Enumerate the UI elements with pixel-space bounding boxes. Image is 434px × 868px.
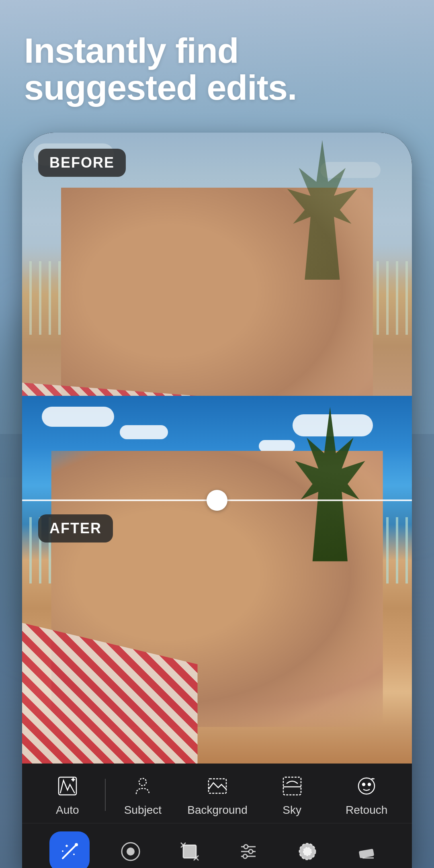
before-cloud-2 xyxy=(320,162,381,178)
sky-icon xyxy=(279,773,305,799)
svg-rect-8 xyxy=(283,777,301,795)
svg-point-6 xyxy=(139,778,146,786)
after-cloud-1 xyxy=(42,407,114,427)
auto-label: Auto xyxy=(56,804,79,817)
selective-btn[interactable] xyxy=(289,833,326,868)
svg-point-11 xyxy=(362,783,365,786)
magic-action-btn[interactable] xyxy=(49,831,90,868)
svg-point-15 xyxy=(75,843,78,846)
svg-point-30 xyxy=(243,854,247,858)
toolbar: Auto Subject xyxy=(22,764,412,868)
after-cloud-2 xyxy=(120,425,168,439)
subject-label: Subject xyxy=(124,804,162,817)
svg-point-12 xyxy=(368,783,371,786)
header-title: Instantly find suggested edits. xyxy=(24,32,305,106)
subject-icon xyxy=(130,773,156,799)
svg-rect-33 xyxy=(358,849,374,858)
svg-point-10 xyxy=(358,778,375,794)
split-handle[interactable] xyxy=(207,490,227,511)
background-icon xyxy=(205,773,230,799)
crop-btn[interactable] xyxy=(172,833,208,868)
svg-point-28 xyxy=(244,845,248,849)
after-label: AFTER xyxy=(38,514,113,542)
svg-point-1 xyxy=(72,779,74,780)
phone-inner: BEFORE AFTER xyxy=(22,133,412,868)
after-cloud-4 xyxy=(259,440,295,452)
tool-auto[interactable]: Auto xyxy=(30,773,105,817)
background-label: Background xyxy=(187,804,247,817)
adjust-btn[interactable] xyxy=(230,833,266,868)
sky-label: Sky xyxy=(283,804,301,817)
erase-btn[interactable] xyxy=(348,833,385,868)
auto-icon xyxy=(55,773,80,799)
phone-frame: BEFORE AFTER xyxy=(22,133,412,868)
svg-point-32 xyxy=(303,848,311,856)
tool-subject[interactable]: Subject xyxy=(106,773,180,817)
svg-point-23 xyxy=(127,848,135,856)
photo-after xyxy=(22,396,412,764)
action-row xyxy=(22,823,412,868)
retouch-icon xyxy=(354,773,379,799)
circle-mask-btn[interactable] xyxy=(113,833,149,868)
svg-point-29 xyxy=(249,850,253,854)
svg-rect-24 xyxy=(183,845,196,858)
after-scene xyxy=(22,396,412,764)
tool-sky[interactable]: Sky xyxy=(255,773,330,817)
split-divider xyxy=(22,500,412,501)
retouch-label: Retouch xyxy=(346,804,387,817)
tool-retouch[interactable]: Retouch xyxy=(329,773,404,817)
before-label: BEFORE xyxy=(38,149,126,177)
tools-row: Auto Subject xyxy=(22,764,412,823)
tool-background[interactable]: Background xyxy=(180,773,255,817)
